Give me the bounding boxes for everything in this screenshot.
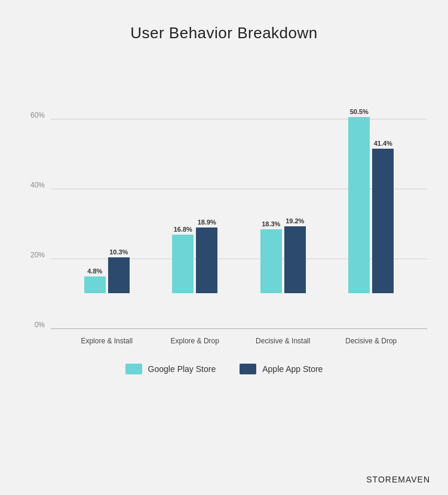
bar-group: 18.3%19.2% [260, 217, 306, 293]
bar-pair: 50.5%41.4% [348, 108, 394, 293]
google-bar-label: 50.5% [350, 108, 369, 115]
chart-title: User Behavior Breakdown [130, 24, 318, 42]
apple-bar-wrapper: 41.4% [372, 140, 394, 293]
y-axis-label: 60% [21, 111, 45, 119]
google-bar-label: 4.8% [87, 268, 102, 275]
apple-bar [284, 226, 306, 293]
google-bar [84, 276, 106, 293]
legend-color-google [125, 364, 142, 374]
x-axis-label: Explore & Install [77, 337, 137, 345]
google-bar-wrapper: 18.3% [260, 220, 282, 293]
apple-bar-wrapper: 19.2% [284, 217, 306, 293]
apple-bar-label: 10.3% [109, 248, 128, 256]
x-axis-label: Decisive & Install [253, 337, 313, 345]
bars-area: 4.8%10.3%16.8%18.9%18.3%19.2%50.5%41.4% [51, 66, 427, 293]
apple-bar [372, 149, 394, 293]
bar-group: 50.5%41.4% [348, 108, 394, 293]
apple-bar-label: 19.2% [286, 217, 304, 225]
google-bar [348, 117, 370, 293]
bar-pair: 4.8%10.3% [84, 248, 130, 293]
apple-bar [108, 257, 130, 293]
google-bar-wrapper: 16.8% [172, 226, 194, 293]
bar-group: 16.8%18.9% [172, 219, 217, 293]
x-axis-label: Decisive & Drop [341, 337, 401, 345]
chart-area: 0%20%40%60% 4.8%10.3%16.8%18.9%18.3%19.2… [21, 66, 427, 353]
google-bar [172, 235, 194, 293]
apple-bar-wrapper: 10.3% [108, 248, 130, 293]
legend-item-google: Google Play Store [125, 364, 216, 374]
x-labels: Explore & InstallExplore & DropDecisive … [51, 329, 427, 353]
chart-container: User Behavior Breakdown 0%20%40%60% 4.8%… [0, 0, 448, 495]
apple-bar-label: 41.4% [374, 140, 392, 147]
bar-group: 4.8%10.3% [84, 248, 130, 293]
brand-maven: MAVEN [398, 475, 430, 484]
google-bar-label: 16.8% [174, 226, 192, 233]
legend: Google Play Store Apple App Store [125, 364, 323, 374]
y-axis-label: 0% [21, 321, 45, 329]
brand: STOREMAVEN [366, 475, 430, 484]
google-bar-wrapper: 4.8% [84, 268, 106, 293]
legend-label-google: Google Play Store [148, 364, 216, 374]
google-bar [260, 229, 282, 293]
legend-label-apple: Apple App Store [262, 364, 323, 374]
apple-bar-wrapper: 18.9% [196, 219, 217, 293]
bar-pair: 18.3%19.2% [260, 217, 306, 293]
bar-pair: 16.8%18.9% [172, 219, 217, 293]
legend-item-apple: Apple App Store [240, 364, 323, 374]
x-axis-label: Explore & Drop [165, 337, 225, 345]
apple-bar-label: 18.9% [198, 219, 216, 226]
apple-bar [196, 227, 217, 293]
y-axis-label: 20% [21, 251, 45, 259]
legend-color-apple [240, 364, 256, 374]
brand-store: STORE [366, 475, 398, 484]
google-bar-label: 18.3% [262, 220, 280, 227]
y-axis-label: 40% [21, 181, 45, 189]
google-bar-wrapper: 50.5% [348, 108, 370, 293]
